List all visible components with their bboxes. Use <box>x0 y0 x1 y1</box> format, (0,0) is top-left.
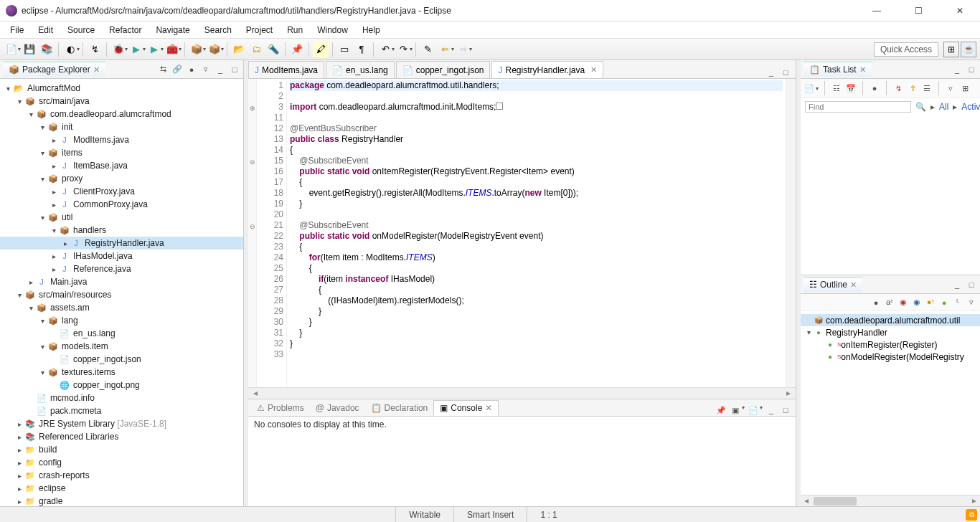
search-button[interactable]: 🔦 <box>265 42 281 57</box>
toggle-button[interactable]: ◐ <box>62 42 78 57</box>
editor-maximize-icon[interactable]: □ <box>780 67 791 78</box>
external-tools-button[interactable]: 🧰 <box>164 42 180 57</box>
outline-item[interactable]: ●SonItemRegister(Register) <box>801 338 980 351</box>
quick-access-input[interactable]: Quick Access <box>874 42 938 57</box>
tree-item[interactable]: ▾📦items <box>0 146 243 159</box>
task-activate-link[interactable]: Activate... <box>961 102 980 112</box>
link-editor-icon[interactable]: 🔗 <box>171 64 183 75</box>
new-package-button[interactable]: 📦 <box>189 42 204 57</box>
tree-item[interactable]: ▾📦src/main/java <box>0 95 243 108</box>
last-edit-button[interactable]: ✎ <box>420 42 435 57</box>
tree-item[interactable]: ▸JItemBase.java <box>0 159 243 172</box>
outline-hide-l-icon[interactable]: ᴸ <box>952 297 963 308</box>
console-minimize-icon[interactable]: _ <box>765 404 777 416</box>
pin-console-icon[interactable]: 📌 <box>715 404 727 416</box>
outline-tab[interactable]: ☷ Outline ✕ <box>804 277 862 292</box>
editor-horizontal-scrollbar[interactable]: ◂ ▸ <box>248 387 796 399</box>
tree-item[interactable]: 📄en_us.lang <box>0 327 243 340</box>
outline-item[interactable]: ▾●RegistryHandler <box>801 326 980 338</box>
tree-item[interactable]: ▾📦src/main/resources <box>0 288 243 301</box>
outline-minimize-icon[interactable]: _ <box>951 279 963 290</box>
view-menu-icon[interactable]: ▿ <box>200 64 212 75</box>
tree-item[interactable]: 📄pack.mcmeta <box>0 404 243 417</box>
tree-item[interactable]: 📄copper_ingot.json <box>0 353 243 366</box>
outline-horizontal-scrollbar[interactable]: ◂ ▸ <box>801 495 980 506</box>
outline-view-menu-icon[interactable]: ▿ <box>966 297 977 308</box>
menu-project[interactable]: Project <box>239 23 280 37</box>
menu-refactor[interactable]: Refactor <box>102 23 149 37</box>
task-list-tab[interactable]: 📋 Task List ✕ <box>804 62 872 77</box>
task-extra-icon[interactable]: ⊞ <box>959 82 971 94</box>
tree-item[interactable]: ▾📦proxy <box>0 172 243 185</box>
outline-hide-static-icon[interactable]: ◉ <box>911 297 923 308</box>
tree-item[interactable]: ▸📚JRE System Library [JavaSE-1.8] <box>0 417 243 430</box>
outline-sort-icon[interactable]: aᶻ <box>884 297 895 308</box>
sync-icon[interactable]: ↯ <box>892 82 904 94</box>
save-all-button[interactable]: 📚 <box>39 42 55 57</box>
tree-item[interactable]: ▸📁eclipse <box>0 482 243 495</box>
prev-annotation-button[interactable]: ↶ <box>377 42 393 57</box>
focus-workweek-icon[interactable]: ● <box>869 82 880 94</box>
tree-item[interactable]: ▾📦lang <box>0 314 243 327</box>
tree-item[interactable]: ▸JReference.java <box>0 262 243 275</box>
debug-button[interactable]: 🐞 <box>110 42 126 57</box>
open-console-icon[interactable]: 📄 <box>748 404 759 416</box>
tree-item[interactable]: ▾📦init <box>0 120 243 133</box>
menu-edit[interactable]: Edit <box>31 23 60 37</box>
collapse-all-icon[interactable]: ⇆ <box>157 64 169 75</box>
tree-item[interactable]: ▸JIHasModel.java <box>0 250 243 262</box>
tree-item[interactable]: ▸📁gradle <box>0 495 243 506</box>
skip-breakpoints-button[interactable]: ↯ <box>87 42 103 57</box>
toggle-block-button[interactable]: ▭ <box>336 42 352 57</box>
search-icon[interactable]: 🔍 <box>915 102 926 112</box>
tree-item[interactable]: ▾📦handlers <box>0 224 243 237</box>
task-maximize-icon[interactable]: □ <box>966 64 977 75</box>
minimize-button[interactable]: — <box>862 6 891 16</box>
tree-item[interactable]: 🌐copper_ingot.png <box>0 379 243 392</box>
collapse-icon[interactable]: ⇮ <box>907 82 918 94</box>
tree-item[interactable]: ▸JClientProxy.java <box>0 185 243 198</box>
bottom-tab-console[interactable]: ▣Console ✕ <box>433 400 499 416</box>
package-explorer-tree[interactable]: ▾📂AlumcraftMod▾📦src/main/java▾📦com.deadl… <box>0 79 243 506</box>
new-task-icon[interactable]: 📄 <box>804 82 815 94</box>
menu-window[interactable]: Window <box>310 23 355 37</box>
menu-run[interactable]: Run <box>280 23 310 37</box>
menu-source[interactable]: Source <box>60 23 102 37</box>
open-perspective-button[interactable]: ⊞ <box>943 42 959 57</box>
bottom-tab-problems[interactable]: ⚠Problems <box>251 400 310 416</box>
tree-item[interactable]: ▸JModItems.java <box>0 133 243 146</box>
back-button[interactable]: ⇐ <box>437 42 453 57</box>
open-type-button[interactable]: 📂 <box>231 42 247 57</box>
console-maximize-icon[interactable]: □ <box>780 404 791 416</box>
bottom-tab-javadoc[interactable]: @Javadoc <box>310 400 365 416</box>
outline-item[interactable]: 📦com.deadleopard.alumcraftmod.util <box>801 314 980 326</box>
rss-feed-icon[interactable]: ⧉ <box>966 509 977 521</box>
outline-maximize-icon[interactable]: □ <box>966 279 977 290</box>
overview-ruler[interactable] <box>786 79 796 387</box>
editor-minimize-icon[interactable]: _ <box>765 67 777 78</box>
code-editor[interactable]: 12⊕311121314⊖151617181920⊖21222324252627… <box>248 79 796 387</box>
task-view-menu-icon[interactable]: ▿ <box>945 82 956 94</box>
save-button[interactable]: 💾 <box>22 42 37 57</box>
show-whitespace-button[interactable]: ¶ <box>354 42 369 57</box>
tree-item[interactable]: ▾📦assets.am <box>0 301 243 314</box>
task-all-link[interactable]: All <box>939 102 948 112</box>
editor-tab[interactable]: 📄en_us.lang <box>326 61 395 78</box>
outline-hide-local-icon[interactable]: ● <box>938 297 950 308</box>
tree-item[interactable]: ▾📦com.deadleopard.alumcraftmod <box>0 108 243 120</box>
tree-item[interactable]: ▾📦models.item <box>0 340 243 353</box>
display-console-icon[interactable]: ▣ <box>730 404 741 416</box>
toggle-mark-button[interactable]: 📌 <box>289 42 305 57</box>
outline-focus-icon[interactable]: ● <box>870 297 882 308</box>
task-minimize-icon[interactable]: _ <box>951 64 963 75</box>
task-find-input[interactable] <box>805 101 911 113</box>
menu-navigate[interactable]: Navigate <box>149 23 197 37</box>
scheduled-icon[interactable]: 📅 <box>845 82 857 94</box>
tree-item[interactable]: ▸JRegistryHandler.java <box>0 237 243 250</box>
maximize-button[interactable]: ☐ <box>904 6 933 16</box>
menu-file[interactable]: File <box>3 23 31 37</box>
editor-tab[interactable]: JRegistryHandler.java✕ <box>491 61 603 78</box>
outline-hide-fields-icon[interactable]: ◉ <box>897 297 909 308</box>
bottom-tab-declaration[interactable]: 📋Declaration <box>365 400 434 416</box>
line-number-gutter[interactable]: 12⊕311121314⊖151617181920⊖21222324252627… <box>257 79 287 387</box>
